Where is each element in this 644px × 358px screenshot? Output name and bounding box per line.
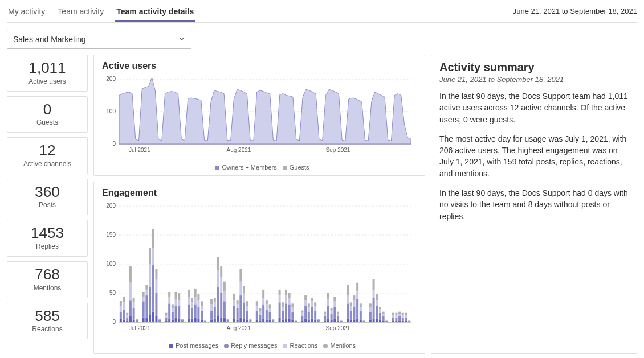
svg-rect-26 bbox=[123, 310, 125, 320]
svg-rect-169 bbox=[259, 321, 261, 322]
svg-rect-122 bbox=[214, 307, 216, 318]
svg-rect-278 bbox=[360, 311, 362, 320]
svg-rect-320 bbox=[398, 312, 401, 314]
svg-rect-316 bbox=[395, 313, 397, 315]
tab-team-activity-details[interactable]: Team activity details bbox=[115, 1, 195, 22]
stat-active-users[interactable]: 1,011 Active users bbox=[7, 55, 88, 92]
svg-rect-49 bbox=[145, 318, 148, 322]
tab-my-activity[interactable]: My activity bbox=[7, 1, 46, 22]
svg-rect-194 bbox=[282, 311, 284, 320]
stat-replies[interactable]: 1453 Replies bbox=[7, 220, 88, 257]
svg-rect-131 bbox=[220, 277, 222, 293]
svg-rect-186 bbox=[272, 320, 274, 322]
svg-rect-57 bbox=[152, 312, 154, 322]
svg-rect-287 bbox=[369, 307, 372, 311]
svg-rect-331 bbox=[408, 320, 410, 321]
svg-text:50: 50 bbox=[109, 290, 116, 296]
svg-rect-265 bbox=[350, 320, 352, 322]
svg-rect-305 bbox=[385, 322, 388, 322]
svg-rect-204 bbox=[288, 293, 291, 298]
stat-value: 0 bbox=[11, 101, 84, 118]
svg-rect-44 bbox=[136, 319, 138, 320]
chevron-down-icon bbox=[178, 35, 185, 44]
svg-rect-254 bbox=[337, 316, 339, 321]
svg-rect-207 bbox=[291, 307, 294, 311]
team-select-dropdown[interactable]: Sales and Marketing bbox=[7, 30, 191, 49]
svg-rect-239 bbox=[324, 314, 326, 316]
svg-rect-112 bbox=[201, 301, 203, 306]
svg-rect-47 bbox=[142, 297, 145, 301]
svg-rect-182 bbox=[269, 312, 271, 320]
svg-rect-202 bbox=[288, 304, 291, 318]
svg-rect-99 bbox=[191, 302, 193, 308]
svg-rect-61 bbox=[155, 316, 157, 322]
svg-rect-113 bbox=[204, 322, 206, 322]
svg-rect-268 bbox=[350, 302, 352, 306]
svg-rect-263 bbox=[347, 295, 349, 303]
stat-posts[interactable]: 360 Posts bbox=[7, 179, 88, 216]
svg-rect-161 bbox=[249, 322, 251, 322]
svg-rect-307 bbox=[385, 320, 388, 321]
svg-rect-128 bbox=[217, 257, 219, 270]
svg-rect-238 bbox=[324, 316, 326, 321]
svg-rect-326 bbox=[405, 318, 407, 321]
svg-rect-203 bbox=[288, 298, 291, 304]
svg-text:200: 200 bbox=[106, 76, 116, 82]
svg-rect-267 bbox=[350, 306, 352, 310]
svg-rect-93 bbox=[188, 319, 190, 322]
svg-rect-139 bbox=[227, 320, 229, 320]
summary-paragraph: In the last 90 days, the Docs Support te… bbox=[439, 90, 629, 125]
svg-rect-236 bbox=[317, 319, 320, 320]
svg-text:0: 0 bbox=[112, 141, 116, 147]
svg-rect-103 bbox=[194, 297, 197, 304]
svg-rect-208 bbox=[291, 303, 294, 307]
svg-rect-228 bbox=[311, 298, 313, 301]
svg-rect-23 bbox=[120, 306, 122, 312]
svg-rect-46 bbox=[142, 301, 145, 318]
svg-rect-191 bbox=[279, 295, 281, 302]
svg-rect-201 bbox=[288, 319, 291, 322]
stat-guests[interactable]: 0 Guests bbox=[7, 96, 88, 133]
tab-team-activity[interactable]: Team activity bbox=[56, 1, 105, 22]
svg-rect-183 bbox=[269, 308, 271, 312]
svg-rect-274 bbox=[356, 299, 358, 319]
stat-mentions[interactable]: 768 Mentions bbox=[7, 261, 88, 298]
svg-text:Aug 2021: Aug 2021 bbox=[227, 325, 251, 331]
svg-rect-76 bbox=[168, 292, 170, 297]
stat-reactions[interactable]: 585 Reactions bbox=[7, 303, 88, 340]
svg-rect-51 bbox=[145, 290, 148, 295]
svg-rect-64 bbox=[155, 269, 157, 279]
svg-rect-155 bbox=[243, 293, 245, 302]
svg-rect-141 bbox=[233, 319, 235, 322]
svg-rect-52 bbox=[145, 285, 148, 290]
svg-rect-269 bbox=[353, 320, 355, 322]
svg-rect-39 bbox=[133, 302, 135, 308]
svg-rect-237 bbox=[324, 321, 326, 322]
summary-title: Activity summary bbox=[439, 61, 629, 74]
svg-rect-255 bbox=[337, 314, 339, 316]
svg-rect-87 bbox=[178, 300, 180, 306]
svg-rect-165 bbox=[256, 320, 258, 322]
svg-rect-25 bbox=[123, 320, 125, 322]
stat-label: Active channels bbox=[11, 160, 84, 168]
svg-rect-297 bbox=[379, 320, 381, 322]
svg-rect-315 bbox=[395, 315, 397, 318]
stat-value: 768 bbox=[11, 266, 84, 283]
svg-rect-83 bbox=[175, 299, 177, 306]
tab-bar: My activity Team activity Team activity … bbox=[7, 0, 195, 22]
svg-text:100: 100 bbox=[106, 261, 116, 267]
svg-rect-230 bbox=[314, 311, 316, 320]
svg-rect-124 bbox=[214, 298, 216, 302]
engagement-chart: 050100150200Jul 2021Aug 2021Sep 2021 bbox=[102, 201, 417, 338]
svg-rect-71 bbox=[165, 315, 167, 318]
top-bar: My activity Team activity Team activity … bbox=[7, 0, 637, 23]
svg-rect-66 bbox=[158, 320, 161, 322]
svg-rect-106 bbox=[197, 307, 199, 318]
svg-rect-224 bbox=[308, 303, 310, 307]
svg-rect-89 bbox=[181, 322, 184, 322]
svg-rect-102 bbox=[194, 304, 197, 317]
svg-rect-218 bbox=[304, 306, 307, 318]
stat-active-channels[interactable]: 12 Active channels bbox=[7, 137, 88, 174]
svg-rect-62 bbox=[155, 293, 157, 316]
svg-rect-291 bbox=[373, 290, 375, 298]
